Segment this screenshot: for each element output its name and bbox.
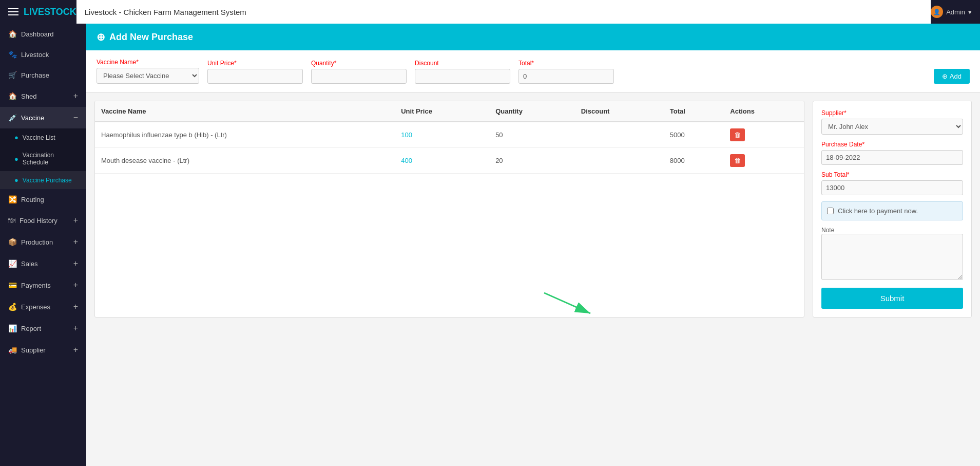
col-unit-price: Unit Price	[395, 101, 489, 122]
production-icon: 📦	[8, 238, 17, 246]
col-total: Total	[664, 101, 724, 122]
sub-total-input[interactable]	[821, 180, 963, 195]
vaccine-purchase-icon: ●	[14, 176, 18, 184]
cell-vaccine-name: Haemophilus influenzae type b (Hib) - (L…	[95, 122, 395, 148]
vaccine-list-icon: ●	[14, 134, 18, 141]
hamburger-menu[interactable]	[8, 8, 18, 15]
sidebar-item-vaccine[interactable]: 💉 Vaccine −	[0, 107, 86, 128]
supplier-icon: 🚚	[8, 346, 17, 354]
unit-price-label: Unit Price*	[207, 60, 303, 67]
submit-button[interactable]: Submit	[821, 288, 963, 309]
section-header: ⊕ Add New Purchase	[86, 24, 980, 50]
payments-plus-icon: +	[73, 281, 78, 290]
quantity-label: Quantity*	[311, 60, 407, 67]
cell-discount	[575, 122, 664, 148]
sidebar-item-dashboard[interactable]: 🏠 Dashboard	[0, 24, 86, 44]
supplier-group: Supplier* Mr. John Alex	[821, 109, 963, 135]
sidebar-item-supplier[interactable]: 🚚 Supplier +	[0, 339, 86, 361]
sidebar-item-sales[interactable]: 📈 Sales +	[0, 253, 86, 274]
vaccine-icon: 💉	[8, 114, 17, 122]
content-section: Vaccine Name Unit Price Quantity Discoun…	[86, 92, 980, 326]
quantity-group: Quantity*	[311, 60, 407, 84]
supplier-label: Supplier*	[821, 109, 963, 117]
total-input[interactable]	[518, 69, 614, 84]
expenses-icon: 💰	[8, 303, 17, 311]
shed-plus-icon: +	[73, 91, 78, 101]
cell-actions: 🗑	[724, 122, 804, 148]
col-quantity: Quantity	[489, 101, 575, 122]
sidebar-item-report[interactable]: 📊 Report +	[0, 318, 86, 339]
cell-total: 5000	[664, 122, 724, 148]
vaccine-table-area: Vaccine Name Unit Price Quantity Discoun…	[94, 101, 804, 318]
col-actions: Actions	[724, 101, 804, 122]
unit-price-group: Unit Price*	[207, 60, 303, 84]
note-textarea[interactable]	[821, 234, 963, 280]
table-row: Haemophilus influenzae type b (Hib) - (L…	[95, 122, 804, 148]
production-plus-icon: +	[73, 237, 78, 247]
add-button[interactable]: ⊕ Add	[934, 69, 970, 84]
sidebar-item-shed[interactable]: 🏠 Shed +	[0, 85, 86, 107]
cell-quantity: 20	[489, 148, 575, 174]
add-icon: ⊕	[97, 31, 105, 43]
cell-vaccine-name: Mouth desease vaccine - (Ltr)	[95, 148, 395, 174]
table-row: Mouth desease vaccine - (Ltr) 400 20 800…	[95, 148, 804, 174]
payment-label: Click here to payment now.	[838, 207, 918, 215]
sidebar-item-purchase[interactable]: 🛒 Purchase	[0, 65, 86, 85]
cell-unit-price: 400	[395, 148, 489, 174]
add-circle-icon: ⊕	[942, 72, 948, 80]
sub-total-group: Sub Total*	[821, 171, 963, 195]
cell-total: 8000	[664, 148, 724, 174]
purchase-date-input[interactable]	[821, 150, 963, 165]
purchase-date-label: Purchase Date*	[821, 141, 963, 148]
sidebar-item-expenses[interactable]: 💰 Expenses +	[0, 296, 86, 318]
vaccine-name-select[interactable]: Please Select Vaccine	[97, 68, 199, 84]
app-logo: LIVESTOCK	[24, 7, 76, 17]
sidebar-item-vaccine-purchase[interactable]: ● Vaccine Purchase	[0, 171, 86, 189]
sales-plus-icon: +	[73, 259, 78, 268]
delete-button[interactable]: 🗑	[730, 154, 745, 167]
supplier-select[interactable]: Mr. John Alex	[821, 119, 963, 135]
note-label: Note	[821, 227, 963, 234]
sidebar-item-vaccination-schedule[interactable]: ● Vaccination Schedule	[0, 146, 86, 171]
main-content: ⊕ Add New Purchase Vaccine Name* Please …	[86, 24, 980, 466]
unit-price-input[interactable]	[207, 69, 303, 84]
admin-menu[interactable]: 👤 Admin ▾	[931, 6, 972, 18]
topbar: LIVESTOCK Livestock - Chicken Farm Manag…	[0, 0, 980, 24]
payment-checkbox[interactable]	[827, 208, 834, 214]
purchase-icon: 🛒	[8, 71, 17, 79]
discount-label: Discount	[415, 60, 510, 67]
sidebar-item-production[interactable]: 📦 Production +	[0, 231, 86, 253]
routing-icon: 🔀	[8, 195, 17, 203]
delete-button[interactable]: 🗑	[730, 128, 745, 141]
shed-icon: 🏠	[8, 92, 17, 100]
vaccination-schedule-icon: ●	[14, 155, 18, 163]
col-vaccine-name: Vaccine Name	[95, 101, 395, 122]
sidebar-item-livestock[interactable]: 🐾 Livestock	[0, 44, 86, 65]
discount-input[interactable]	[415, 69, 510, 84]
vaccine-collapse-icon: −	[73, 113, 78, 122]
page-title: Livestock - Chicken Farm Management Syst…	[76, 0, 931, 24]
sidebar-item-payments[interactable]: 💳 Payments +	[0, 274, 86, 296]
note-group: Note	[821, 227, 963, 282]
sales-icon: 📈	[8, 259, 17, 268]
col-discount: Discount	[575, 101, 664, 122]
admin-avatar: 👤	[931, 6, 943, 18]
vaccine-name-group: Vaccine Name* Please Select Vaccine	[97, 59, 199, 84]
payment-checkbox-row[interactable]: Click here to payment now.	[821, 201, 963, 220]
supplier-plus-icon: +	[73, 345, 78, 355]
food-history-icon: 🍽	[8, 216, 15, 225]
quantity-input[interactable]	[311, 69, 407, 84]
total-group: Total*	[518, 60, 614, 84]
cell-quantity: 50	[489, 122, 575, 148]
food-history-plus-icon: +	[73, 216, 78, 225]
sidebar-item-food-history[interactable]: 🍽 Food History +	[0, 210, 86, 231]
cell-unit-price: 100	[395, 122, 489, 148]
sidebar-item-routing[interactable]: 🔀 Routing	[0, 189, 86, 210]
sidebar-item-vaccine-list[interactable]: ● Vaccine List	[0, 128, 86, 146]
right-panel: Supplier* Mr. John Alex Purchase Date* S…	[813, 101, 972, 318]
vaccine-name-label: Vaccine Name*	[97, 59, 199, 66]
livestock-icon: 🐾	[8, 50, 17, 59]
payments-icon: 💳	[8, 281, 17, 289]
report-plus-icon: +	[73, 324, 78, 333]
discount-group: Discount	[415, 60, 510, 84]
